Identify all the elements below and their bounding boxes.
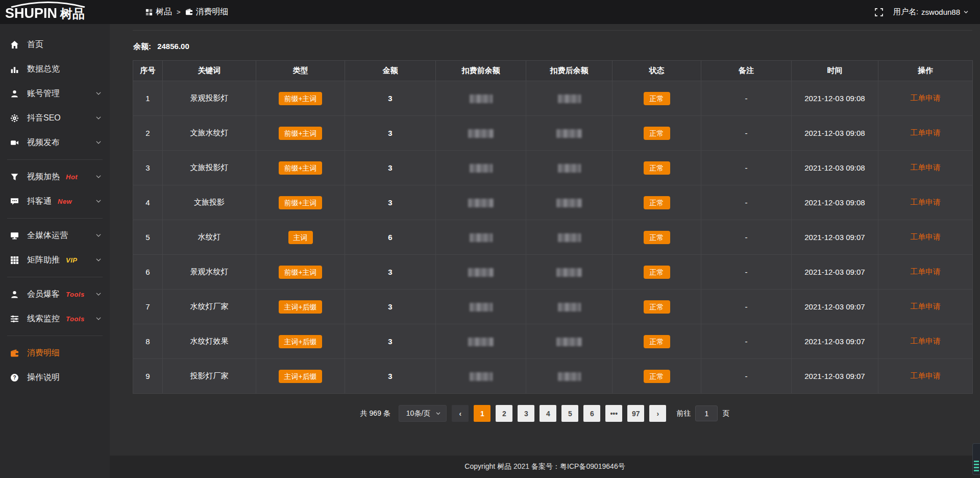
ticket-apply-link[interactable]: 工单申请	[910, 337, 941, 345]
monitor-icon	[10, 231, 19, 240]
more-pages-button[interactable]: •••	[605, 405, 622, 422]
cell-amount: 3	[345, 81, 436, 116]
sidebar-menu: 首页数据总览账号管理抖音SEO视频发布视频加热Hot抖客通New全媒体运营矩阵助…	[0, 32, 110, 390]
member-icon	[10, 290, 19, 299]
type-badge: 前缀+主词	[279, 92, 322, 105]
sidebar-item-4[interactable]: 视频发布	[0, 130, 110, 155]
cell-status: 正常	[612, 81, 701, 116]
page-button-2[interactable]: 2	[496, 405, 512, 422]
cell-keyword: 投影灯厂家	[163, 359, 256, 394]
table-row: 2文旅水纹灯前缀+主词3正常-2021-12-03 09:08工单申请	[133, 116, 973, 151]
cell-amount: 3	[345, 116, 436, 151]
sidebar-item-0[interactable]: 首页	[0, 32, 110, 57]
cell-amount: 3	[345, 359, 436, 394]
cell-keyword: 水纹灯	[163, 220, 256, 255]
status-badge: 正常	[644, 127, 670, 140]
fullscreen-icon[interactable]	[875, 8, 883, 16]
page-button-4[interactable]: 4	[540, 405, 556, 422]
jump-page-input[interactable]	[695, 405, 718, 421]
masked-value	[556, 268, 582, 277]
ticket-apply-link[interactable]: 工单申请	[910, 198, 941, 206]
wallet-icon	[185, 8, 193, 16]
ticket-apply-link[interactable]: 工单申请	[910, 302, 941, 310]
page-button-3[interactable]: 3	[518, 405, 534, 422]
masked-value	[558, 233, 581, 242]
sidebar-item-7[interactable]: 全媒体运营	[0, 223, 110, 248]
main-content: 余额: 24856.00 序号关键词类型金额扣费前余额扣费后余额状态备注时间操作…	[110, 24, 980, 478]
sidebar-item-9[interactable]: 会员爆客Tools	[0, 282, 110, 306]
cell-keyword: 文旅水纹灯	[163, 116, 256, 151]
page-size-select[interactable]: 10条/页	[399, 405, 447, 422]
cell-keyword: 景观投影灯	[163, 81, 256, 116]
masked-value	[558, 303, 581, 312]
page-button-5[interactable]: 5	[561, 405, 578, 422]
cell-index: 1	[133, 81, 163, 116]
chevron-down-icon	[95, 115, 102, 121]
column-header-7: 备注	[701, 61, 792, 81]
table-row: 1景观投影灯前缀+主词3正常-2021-12-03 09:08工单申请	[133, 81, 973, 116]
sidebar-item-label: 全媒体运营	[27, 230, 68, 241]
user-icon	[10, 89, 19, 98]
breadcrumb-item-home[interactable]: 树品	[145, 7, 172, 17]
prev-page-button[interactable]: ‹	[452, 405, 469, 422]
consumption-table-wrap: 序号关键词类型金额扣费前余额扣费后余额状态备注时间操作 1景观投影灯前缀+主词3…	[133, 60, 972, 394]
cell-keyword: 景观水纹灯	[163, 255, 256, 290]
cell-balance-before	[436, 359, 526, 394]
page-button-1[interactable]: 1	[474, 405, 491, 422]
cell-balance-before	[436, 290, 526, 324]
ticket-apply-link[interactable]: 工单申请	[910, 267, 941, 276]
ticket-apply-link[interactable]: 工单申请	[910, 371, 941, 380]
floating-side-widget[interactable]	[972, 443, 980, 475]
ticket-apply-link[interactable]: 工单申请	[910, 128, 941, 137]
balance-label: 余额:	[133, 42, 151, 51]
grid-icon	[10, 256, 19, 265]
chevron-down-icon	[95, 198, 102, 204]
cell-status: 正常	[612, 151, 701, 185]
sidebar-item-2[interactable]: 账号管理	[0, 81, 110, 106]
column-header-1: 关键词	[163, 61, 256, 81]
cell-type: 主词+后缀	[256, 359, 345, 394]
ticket-apply-link[interactable]: 工单申请	[910, 93, 941, 102]
masked-value	[558, 164, 581, 173]
ticket-apply-link[interactable]: 工单申请	[910, 232, 941, 241]
user-menu[interactable]: 用户名: zswodun88	[893, 7, 969, 17]
chevron-down-icon	[95, 232, 102, 238]
sidebar-item-10[interactable]: 线索监控Tools	[0, 306, 110, 331]
column-header-6: 状态	[612, 61, 701, 81]
chevron-down-icon	[963, 9, 969, 15]
cell-status: 正常	[612, 290, 701, 324]
table-row: 4文旅投影前缀+主词3正常-2021-12-03 09:08工单申请	[133, 185, 973, 220]
status-badge: 正常	[644, 196, 670, 209]
next-page-button[interactable]: ›	[649, 405, 666, 422]
sidebar-item-label: 抖音SEO	[27, 113, 61, 124]
cell-remark: -	[701, 255, 792, 290]
chevron-down-icon	[95, 90, 102, 97]
chevron-down-icon	[95, 291, 102, 297]
sidebar-item-label: 视频加热	[27, 172, 60, 182]
masked-value	[558, 94, 581, 103]
sidebar-item-12[interactable]: ?操作说明	[0, 365, 110, 390]
status-badge: 正常	[644, 161, 670, 175]
sidebar: 首页数据总览账号管理抖音SEO视频发布视频加热Hot抖客通New全媒体运营矩阵助…	[0, 24, 110, 478]
ticket-apply-link[interactable]: 工单申请	[910, 163, 941, 172]
page-button-97[interactable]: 97	[627, 405, 644, 422]
username-value: zswodun88	[921, 8, 960, 16]
cell-time: 2021-12-03 09:07	[792, 290, 878, 324]
sidebar-item-6[interactable]: 抖客通New	[0, 189, 110, 213]
cell-time: 2021-12-03 09:08	[792, 116, 878, 151]
sidebar-item-5[interactable]: 视频加热Hot	[0, 164, 110, 189]
masked-value	[470, 372, 493, 381]
page-button-6[interactable]: 6	[583, 405, 600, 422]
type-badge: 前缀+主词	[279, 161, 322, 175]
sidebar-item-8[interactable]: 矩阵助推VIP	[0, 248, 110, 272]
cell-index: 8	[133, 324, 163, 359]
masked-value	[468, 268, 494, 277]
column-header-4: 扣费前余额	[436, 61, 526, 81]
sidebar-badge: Tools	[66, 315, 85, 323]
sidebar-item-11[interactable]: 消费明细	[0, 341, 110, 365]
sidebar-item-1[interactable]: 数据总览	[0, 57, 110, 81]
masked-value	[470, 303, 493, 312]
column-header-9: 操作	[878, 61, 973, 81]
sidebar-item-3[interactable]: 抖音SEO	[0, 106, 110, 130]
cell-balance-after	[526, 116, 612, 151]
